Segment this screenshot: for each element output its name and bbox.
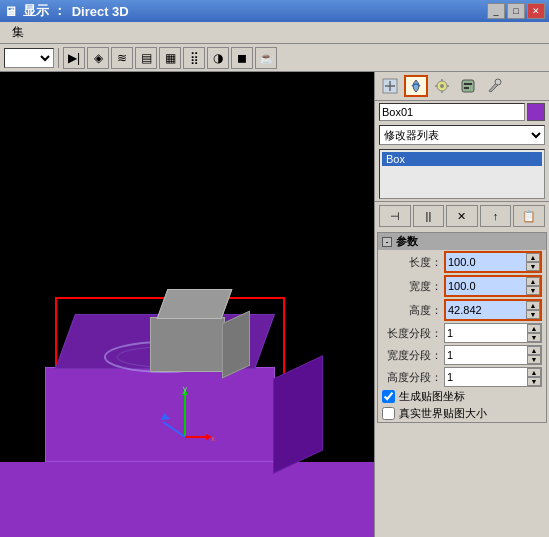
spin-up-width[interactable]: ▲ <box>526 277 540 286</box>
svg-point-22 <box>495 79 501 85</box>
pbt-track-btn[interactable]: || <box>413 205 445 227</box>
tb-box-btn[interactable]: ▦ <box>159 47 181 69</box>
title-buttons: _ □ ✕ <box>487 3 545 19</box>
pbt-remove-btn[interactable]: ✕ <box>446 205 478 227</box>
param-label-length: 长度： <box>382 255 442 270</box>
spin-up-height[interactable]: ▲ <box>526 301 540 310</box>
tb-tea-btn[interactable]: ☕ <box>255 47 277 69</box>
main-container: x y <box>0 72 549 537</box>
panel-bottom-toolbar: ⊣ || ✕ ↑ 📋 <box>375 201 549 230</box>
param-input-wrap-width: ▲ ▼ <box>444 275 542 297</box>
panel-btn-hierarchy[interactable] <box>378 75 402 97</box>
param-label-width: 宽度： <box>382 279 442 294</box>
param-row-length-segs: 长度分段： ▲ ▼ <box>378 322 546 344</box>
object-name-input[interactable] <box>379 103 525 121</box>
spin-down-width[interactable]: ▼ <box>526 286 540 295</box>
param-input-height-segs[interactable] <box>445 368 527 386</box>
param-spinner-length: ▲ ▼ <box>526 253 540 271</box>
svg-point-14 <box>440 84 444 88</box>
params-collapse-btn[interactable]: - <box>382 237 392 247</box>
panel-btn-display[interactable] <box>430 75 454 97</box>
spin-down-length-segs[interactable]: ▼ <box>527 333 541 342</box>
param-label-length-segs: 长度分段： <box>382 326 442 341</box>
param-input-wrap-height-segs: ▲ ▼ <box>444 367 542 387</box>
param-input-length-segs[interactable] <box>445 324 527 342</box>
checkbox-label-genuvw: 生成贴图坐标 <box>399 389 465 404</box>
param-row-height-segs: 高度分段： ▲ ▼ <box>378 366 546 388</box>
param-input-wrap-length: ▲ ▼ <box>444 251 542 273</box>
box-small-top <box>157 289 233 319</box>
pbt-pin-btn[interactable]: ⊣ <box>379 205 411 227</box>
param-spinner-width: ▲ ▼ <box>526 277 540 295</box>
tb-stack-btn[interactable]: ≋ <box>111 47 133 69</box>
panel-toolbar <box>375 72 549 101</box>
menu-item-ji[interactable]: 集 <box>4 22 32 43</box>
param-input-width-segs[interactable] <box>445 346 527 364</box>
svg-rect-20 <box>464 83 472 85</box>
spin-down-width-segs[interactable]: ▼ <box>527 355 541 364</box>
obj-name-row <box>375 101 549 123</box>
param-input-height[interactable] <box>446 301 526 319</box>
tb-play-btn[interactable]: ▶| <box>63 47 85 69</box>
param-input-wrap-length-segs: ▲ ▼ <box>444 323 542 343</box>
svg-rect-21 <box>464 87 469 89</box>
bottom-strip <box>0 462 374 537</box>
box-small-front <box>150 317 225 372</box>
param-input-width[interactable] <box>446 277 526 295</box>
viewport[interactable]: x y <box>0 72 374 537</box>
right-panel: 修改器列表 Box ⊣ || ✕ ↑ 📋 - 参数 长度： <box>374 72 549 537</box>
tb-select-btn[interactable]: ◈ <box>87 47 109 69</box>
panel-btn-motion[interactable] <box>404 75 428 97</box>
svg-text:x: x <box>211 434 215 443</box>
param-label-height: 高度： <box>382 303 442 318</box>
spin-up-length[interactable]: ▲ <box>526 253 540 262</box>
title-bar: 🖥 显示 ： Direct 3D _ □ ✕ <box>0 0 549 22</box>
spin-down-height[interactable]: ▼ <box>526 310 540 319</box>
spin-up-length-segs[interactable]: ▲ <box>527 324 541 333</box>
svg-text:y: y <box>183 387 187 393</box>
tb-grid-btn[interactable]: ▤ <box>135 47 157 69</box>
params-section: - 参数 长度： ▲ ▼ 宽度： <box>377 232 547 423</box>
spin-down-length[interactable]: ▼ <box>526 262 540 271</box>
svg-line-6 <box>163 422 185 437</box>
param-row-width-segs: 宽度分段： ▲ ▼ <box>378 344 546 366</box>
param-row-height: 高度： ▲ ▼ <box>378 298 546 322</box>
param-label-height-segs: 高度分段： <box>382 370 442 385</box>
panel-btn-utilities[interactable] <box>456 75 480 97</box>
param-label-width-segs: 宽度分段： <box>382 348 442 363</box>
svg-rect-19 <box>462 80 474 92</box>
maximize-button[interactable]: □ <box>507 3 525 19</box>
checkbox-genuvw[interactable] <box>382 390 395 403</box>
spin-up-width-segs[interactable]: ▲ <box>527 346 541 355</box>
object-color-swatch[interactable] <box>527 103 545 121</box>
title-name: Direct 3D <box>72 4 129 19</box>
minimize-button[interactable]: _ <box>487 3 505 19</box>
spin-up-height-segs[interactable]: ▲ <box>527 368 541 377</box>
param-input-wrap-width-segs: ▲ ▼ <box>444 345 542 365</box>
close-button[interactable]: ✕ <box>527 3 545 19</box>
menu-bar: 集 <box>0 22 549 44</box>
panel-btn-tools[interactable] <box>482 75 506 97</box>
param-input-length[interactable] <box>446 253 526 271</box>
modifier-dropdown-row: 修改器列表 <box>375 123 549 147</box>
toolbar-select[interactable] <box>4 48 54 68</box>
param-spinner-height-segs: ▲ ▼ <box>527 368 541 386</box>
modifier-list-select[interactable]: 修改器列表 <box>379 125 545 145</box>
param-row-width: 宽度： ▲ ▼ <box>378 274 546 298</box>
pbt-copy-btn[interactable]: 📋 <box>513 205 545 227</box>
modifier-list: Box <box>379 149 545 199</box>
param-row-length: 长度： ▲ ▼ <box>378 250 546 274</box>
scene: x y <box>0 72 374 537</box>
pbt-move-up-btn[interactable]: ↑ <box>480 205 512 227</box>
checkbox-realworld[interactable] <box>382 407 395 420</box>
tb-dots-btn[interactable]: ⣿ <box>183 47 205 69</box>
toolbar-sep-1 <box>58 48 59 68</box>
tb-dark-btn[interactable]: ◼ <box>231 47 253 69</box>
params-header: - 参数 <box>378 233 546 250</box>
toolbar: ▶| ◈ ≋ ▤ ▦ ⣿ ◑ ◼ ☕ <box>0 44 549 72</box>
tb-mask-btn[interactable]: ◑ <box>207 47 229 69</box>
modifier-item-box[interactable]: Box <box>382 152 542 166</box>
param-spinner-width-segs: ▲ ▼ <box>527 346 541 364</box>
param-spinner-length-segs: ▲ ▼ <box>527 324 541 342</box>
spin-down-height-segs[interactable]: ▼ <box>527 377 541 386</box>
